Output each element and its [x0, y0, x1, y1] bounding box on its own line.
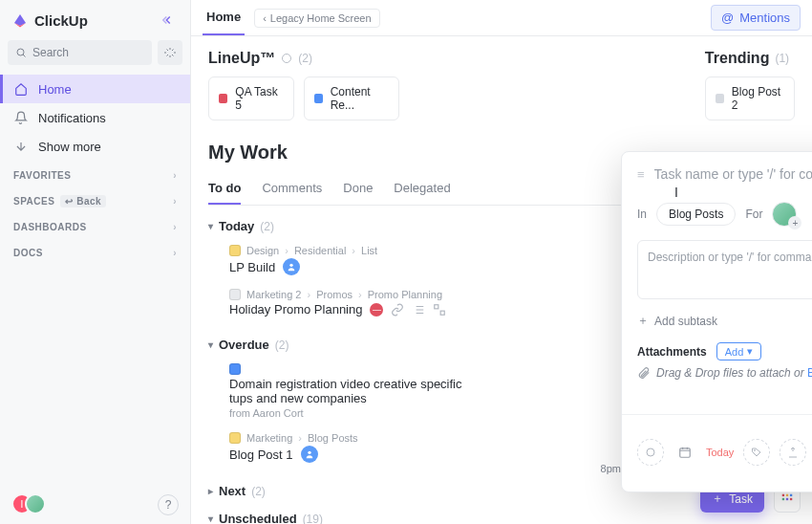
link-icon: [391, 303, 404, 317]
nav-notifications[interactable]: Notifications: [0, 103, 190, 132]
svg-rect-7: [680, 448, 691, 457]
in-label: In: [637, 207, 647, 221]
svg-point-8: [755, 450, 756, 451]
svg-rect-11: [782, 494, 784, 496]
clickup-logo-icon: [11, 11, 29, 29]
lineup-card[interactable]: QA Task 5: [208, 76, 294, 120]
svg-rect-13: [790, 494, 792, 496]
arrow-down-icon: [13, 139, 29, 154]
add-assignee-icon[interactable]: +: [788, 216, 801, 229]
svg-point-6: [647, 448, 654, 456]
mentions-button[interactable]: @ Mentions: [711, 5, 801, 31]
section-docs[interactable]: DOCS ›: [0, 238, 190, 264]
home-icon: [13, 81, 29, 97]
status-picker[interactable]: [637, 439, 664, 466]
svg-rect-4: [441, 311, 445, 315]
collapse-sidebar-button[interactable]: [158, 10, 179, 31]
nav-show-more[interactable]: Show more: [0, 132, 190, 161]
grid-icon: [780, 492, 794, 506]
calendar-time: 8pm: [601, 463, 621, 474]
tab-done[interactable]: Done: [343, 173, 373, 205]
assignee-pill: [301, 446, 318, 463]
svg-point-5: [308, 451, 310, 454]
svg-rect-12: [786, 494, 788, 496]
tag-picker[interactable]: [743, 439, 770, 466]
attachments-label: Attachments: [637, 345, 707, 359]
tab-delegated[interactable]: Delegated: [394, 173, 450, 205]
topbar-home-tab[interactable]: Home: [203, 0, 245, 35]
assignee-pill: [283, 258, 300, 275]
blocked-icon: —: [370, 303, 383, 317]
text-cursor: I: [674, 185, 678, 200]
svg-point-1: [283, 55, 291, 63]
add-subtask-button[interactable]: ＋Add subtask: [637, 313, 717, 329]
svg-rect-3: [435, 304, 438, 308]
for-label: For: [745, 207, 762, 221]
chevron-left-icon: ‹: [263, 12, 267, 24]
svg-point-2: [290, 264, 293, 267]
avatar: [25, 493, 46, 514]
topbar: Home ‹ Legacy Home Screen @ Mentions: [191, 0, 812, 36]
main: Home ‹ Legacy Home Screen @ Mentions Lin…: [191, 0, 812, 524]
chevron-right-icon: ›: [173, 222, 177, 232]
chevron-right-icon: ›: [173, 248, 177, 258]
date-picker[interactable]: [673, 446, 696, 459]
drag-handle-icon[interactable]: ≡: [637, 167, 645, 182]
chevron-right-icon: ›: [173, 196, 177, 207]
svg-point-0: [17, 49, 24, 55]
create-task-modal: ≡ I In Blog Posts For + 3/3▾ Description…: [621, 151, 812, 492]
svg-rect-14: [782, 498, 784, 500]
bell-icon: [13, 110, 29, 125]
section-dashboards[interactable]: DASHBOARDS ›: [0, 212, 190, 238]
lineup-title: LineUp™ (2): [208, 50, 399, 67]
section-favorites[interactable]: FAVORITES ›: [0, 161, 190, 186]
at-icon: @: [721, 11, 734, 25]
search-input[interactable]: Search: [8, 40, 152, 65]
task-name-input[interactable]: [654, 166, 812, 182]
nav-home[interactable]: Home: [0, 75, 190, 103]
today-label[interactable]: Today: [706, 447, 734, 458]
svg-rect-16: [790, 498, 792, 500]
browse-link[interactable]: Browse: [807, 366, 812, 380]
status-square: [219, 94, 227, 103]
section-spaces[interactable]: SPACES↩ Back ›: [0, 186, 190, 212]
description-input[interactable]: Description or type '/' for commands: [637, 240, 812, 299]
user-avatar-stack[interactable]: I: [11, 493, 50, 516]
group-unscheduled[interactable]: ▾Unscheduled (19): [208, 512, 795, 524]
brand-logo: ClickUp: [11, 11, 88, 29]
list-icon: [412, 303, 425, 317]
add-attachment-button[interactable]: Add▾: [716, 342, 762, 360]
info-icon: [281, 53, 292, 64]
plus-icon: ＋: [712, 491, 723, 507]
tab-todo[interactable]: To do: [208, 173, 241, 205]
legacy-home-button[interactable]: ‹ Legacy Home Screen: [254, 9, 379, 28]
tab-comments[interactable]: Comments: [262, 173, 322, 205]
priority-picker[interactable]: [780, 439, 806, 466]
lineup-card[interactable]: Content Re...: [304, 76, 399, 120]
help-button[interactable]: ?: [158, 494, 179, 515]
sidebar: ClickUp Search Home Notifications: [0, 0, 191, 524]
magnifier-icon: [15, 47, 27, 58]
chevron-down-icon: ▾: [747, 345, 753, 358]
trending-card[interactable]: Blog Post 2: [705, 76, 795, 120]
drop-hint: Drag & Drop files to attach or Browse: [637, 366, 812, 380]
subtask-icon: [433, 303, 446, 317]
trending-title: Trending (1): [705, 50, 795, 67]
status-square: [716, 94, 724, 103]
assignee-avatar[interactable]: +: [772, 202, 797, 227]
plus-icon: ＋: [637, 313, 649, 329]
svg-rect-15: [786, 498, 788, 500]
in-list-chip[interactable]: Blog Posts: [656, 203, 736, 226]
status-square: [314, 94, 323, 103]
back-chip[interactable]: ↩ Back: [60, 195, 106, 207]
ai-button[interactable]: [158, 40, 182, 65]
paperclip-icon: [637, 366, 651, 380]
chevron-right-icon: ›: [173, 170, 177, 181]
